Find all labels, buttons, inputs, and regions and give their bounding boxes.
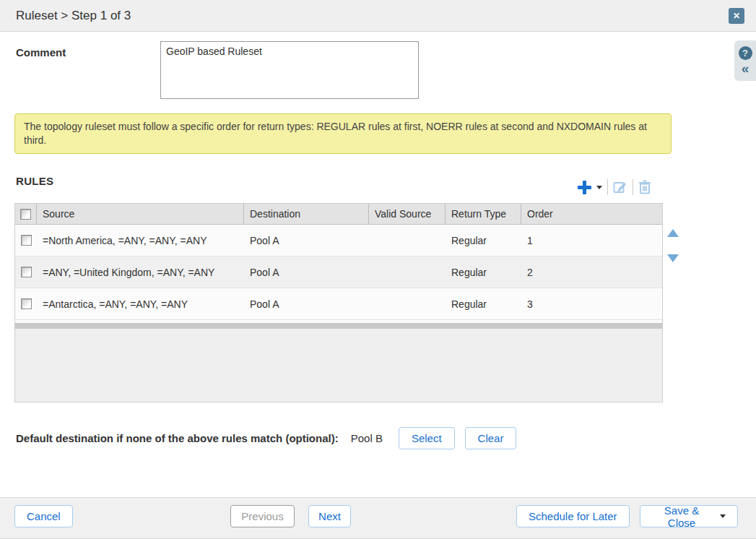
rules-table-header: Source Destination Valid Source Return T… bbox=[15, 204, 662, 225]
table-row[interactable]: =North America, =ANY, =ANY, =ANY Pool A … bbox=[15, 225, 662, 256]
row-checkbox[interactable] bbox=[21, 235, 32, 246]
column-header-destination: Destination bbox=[244, 204, 369, 224]
default-destination-row: Default destination if none of the above… bbox=[16, 427, 516, 449]
help-icon[interactable]: ? bbox=[739, 46, 752, 60]
add-rule-icon[interactable] bbox=[578, 181, 591, 194]
column-header-order: Order bbox=[521, 204, 662, 224]
column-header-source: Source bbox=[37, 204, 244, 224]
row-checkbox-cell bbox=[15, 235, 37, 246]
comment-label: Comment bbox=[16, 46, 66, 59]
collapse-panel-icon[interactable]: « bbox=[742, 61, 750, 75]
default-destination-label: Default destination if none of the above… bbox=[16, 432, 339, 444]
cell-return-type: Regular bbox=[446, 267, 521, 278]
cell-return-type: Regular bbox=[446, 298, 521, 310]
save-options-caret-icon[interactable] bbox=[720, 514, 726, 518]
save-and-close-label: Save & Close bbox=[652, 504, 711, 529]
table-row[interactable]: =Antarctica, =ANY, =ANY, =ANY Pool A Reg… bbox=[15, 288, 662, 320]
rules-toolbar bbox=[578, 178, 663, 197]
dialog-titlebar: Ruleset > Step 1 of 3 ✕ bbox=[0, 0, 756, 32]
select-all-cell bbox=[15, 204, 37, 224]
help-panel-tab: ? « bbox=[734, 40, 756, 81]
cell-order: 1 bbox=[521, 235, 662, 246]
previous-button[interactable]: Previous bbox=[230, 505, 295, 527]
clear-button[interactable]: Clear bbox=[465, 427, 517, 449]
cell-destination: Pool A bbox=[244, 298, 369, 310]
cell-return-type: Regular bbox=[446, 235, 521, 246]
rules-table: Source Destination Valid Source Return T… bbox=[14, 203, 663, 402]
cell-source: =Antarctica, =ANY, =ANY, =ANY bbox=[37, 298, 244, 310]
comment-input[interactable]: GeoIP based Ruleset bbox=[160, 41, 419, 99]
select-all-checkbox[interactable] bbox=[20, 209, 31, 220]
save-and-close-button[interactable]: Save & Close bbox=[640, 505, 738, 527]
select-button[interactable]: Select bbox=[399, 427, 455, 449]
default-destination-value: Pool B bbox=[351, 432, 383, 444]
dialog-title: Ruleset > Step 1 of 3 bbox=[16, 9, 729, 23]
column-header-return-type: Return Type bbox=[446, 204, 521, 224]
toolbar-divider bbox=[633, 179, 633, 195]
cell-destination: Pool A bbox=[244, 267, 369, 278]
row-checkbox-cell bbox=[15, 267, 37, 277]
toolbar-divider bbox=[607, 179, 608, 195]
next-button[interactable]: Next bbox=[308, 505, 351, 527]
move-row-down-icon[interactable] bbox=[667, 254, 679, 262]
table-empty-area bbox=[15, 329, 662, 382]
cell-order: 2 bbox=[521, 267, 662, 278]
column-header-valid-source: Valid Source bbox=[369, 204, 446, 224]
cell-destination: Pool A bbox=[244, 235, 369, 246]
cell-source: =ANY, =United Kingdom, =ANY, =ANY bbox=[37, 267, 244, 278]
cell-source: =North America, =ANY, =ANY, =ANY bbox=[37, 235, 244, 246]
ruleset-wizard-dialog: Ruleset > Step 1 of 3 ✕ ? « Comment GeoI… bbox=[0, 0, 756, 538]
row-checkbox[interactable] bbox=[21, 298, 32, 309]
delete-rule-icon[interactable] bbox=[638, 180, 651, 194]
cell-order: 3 bbox=[521, 298, 662, 310]
wizard-footer: Cancel Previous Next Schedule for Later … bbox=[0, 497, 756, 538]
row-checkbox[interactable] bbox=[21, 267, 32, 277]
row-checkbox-cell bbox=[15, 298, 37, 309]
table-row[interactable]: =ANY, =United Kingdom, =ANY, =ANY Pool A… bbox=[15, 256, 662, 288]
topology-order-warning: The topology ruleset must follow a speci… bbox=[14, 113, 672, 154]
horizontal-scrollbar[interactable] bbox=[15, 323, 662, 329]
rules-heading: RULES bbox=[16, 175, 53, 187]
move-row-up-icon[interactable] bbox=[667, 229, 679, 237]
schedule-for-later-button[interactable]: Schedule for Later bbox=[516, 505, 630, 527]
cancel-button[interactable]: Cancel bbox=[14, 505, 73, 527]
add-rule-menu-caret-icon[interactable] bbox=[596, 186, 602, 189]
edit-rule-icon[interactable] bbox=[613, 180, 627, 194]
close-icon[interactable]: ✕ bbox=[729, 8, 744, 24]
